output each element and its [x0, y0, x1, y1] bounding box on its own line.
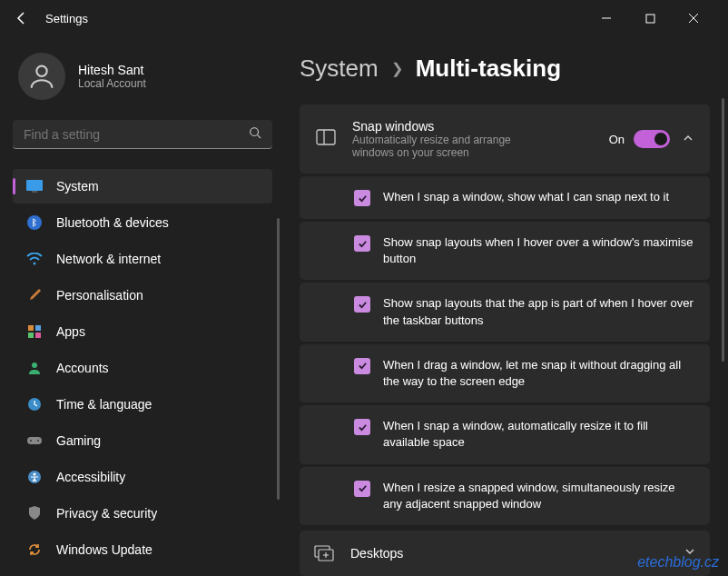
minimize-button[interactable] [594, 5, 619, 31]
svg-rect-17 [27, 437, 42, 444]
checkbox-icon[interactable] [354, 419, 370, 435]
svg-rect-1 [646, 15, 654, 23]
nav-item-system[interactable]: System [13, 169, 272, 204]
back-button[interactable] [9, 5, 34, 31]
update-icon [25, 541, 44, 559]
bluetooth-icon [25, 214, 44, 232]
svg-line-6 [258, 135, 261, 139]
snap-option-6[interactable]: When I resize a snapped window, simultan… [300, 467, 710, 525]
svg-rect-11 [28, 325, 34, 331]
breadcrumb-parent[interactable]: System [300, 55, 379, 83]
svg-point-4 [36, 66, 46, 76]
sidebar: Hitesh Sant Local Account System Bluetoo… [0, 36, 281, 576]
nav-label: Time & language [56, 397, 152, 412]
breadcrumb-current: Multi-tasking [416, 55, 561, 83]
nav-label: Windows Update [56, 542, 152, 557]
snap-layout-icon [316, 129, 336, 149]
svg-rect-13 [28, 333, 34, 338]
apps-icon [25, 323, 44, 341]
nav-item-accessibility[interactable]: Accessibility [13, 460, 272, 494]
nav-label: Gaming [56, 433, 101, 448]
nav-item-update[interactable]: Windows Update [13, 532, 272, 567]
main-scrollbar[interactable] [722, 98, 724, 362]
accessibility-icon [25, 468, 44, 486]
option-label: Show snap layouts when I hover over a wi… [383, 234, 694, 267]
search-input[interactable] [24, 127, 249, 142]
desktops-label: Desktops [350, 546, 684, 561]
svg-point-10 [34, 263, 36, 265]
option-label: When I snap a window, show what I can sn… [383, 189, 669, 205]
search-icon [249, 126, 261, 142]
chevron-up-icon[interactable] [683, 133, 694, 146]
nav-label: Apps [56, 324, 85, 339]
svg-point-9 [27, 215, 42, 230]
svg-rect-8 [32, 191, 37, 193]
checkbox-icon[interactable] [354, 481, 370, 497]
checkbox-icon[interactable] [354, 296, 370, 313]
snap-option-4[interactable]: When I drag a window, let me snap it wit… [300, 344, 710, 402]
desktops-icon [314, 543, 334, 563]
close-button[interactable] [681, 5, 706, 31]
snap-option-2[interactable]: Show snap layouts when I hover over a wi… [300, 222, 710, 280]
svg-rect-14 [35, 333, 41, 338]
search-box[interactable] [13, 120, 272, 149]
nav-item-bluetooth[interactable]: Bluetooth & devices [13, 205, 272, 240]
snap-toggle[interactable] [634, 130, 670, 148]
snap-windows-card[interactable]: Snap windows Automatically resize and ar… [300, 104, 710, 174]
option-label: When I drag a window, let me snap it wit… [383, 357, 694, 390]
nav-label: System [56, 179, 99, 194]
nav-item-network[interactable]: Network & internet [13, 242, 272, 276]
svg-rect-7 [26, 180, 43, 191]
svg-rect-22 [317, 130, 335, 144]
wifi-icon [25, 250, 44, 268]
app-title: Settings [45, 12, 88, 25]
nav-label: Privacy & security [56, 506, 157, 521]
snap-subtitle: Automatically resize and arrange windows… [352, 134, 516, 159]
maximize-button[interactable] [637, 5, 663, 31]
chevron-down-icon[interactable] [684, 546, 695, 560]
checkbox-icon[interactable] [354, 235, 370, 252]
svg-point-18 [30, 440, 32, 442]
person-icon [25, 359, 44, 377]
profile-block[interactable]: Hitesh Sant Local Account [18, 53, 272, 100]
brush-icon [25, 286, 44, 304]
nav-list: System Bluetooth & devices Network & int… [13, 169, 272, 567]
main-content: System ❯ Multi-tasking Snap windows Auto… [281, 36, 728, 576]
svg-rect-12 [35, 325, 41, 331]
nav-item-gaming[interactable]: Gaming [13, 423, 272, 458]
display-icon [25, 177, 44, 195]
toggle-label: On [609, 133, 625, 146]
option-label: Show snap layouts that the app is part o… [383, 295, 694, 328]
nav-item-privacy[interactable]: Privacy & security [13, 496, 272, 531]
nav-item-personalisation[interactable]: Personalisation [13, 278, 272, 313]
svg-point-15 [32, 362, 37, 368]
avatar-icon [18, 53, 65, 100]
chevron-right-icon: ❯ [391, 60, 403, 77]
snap-title: Snap windows [352, 119, 609, 134]
nav-label: Accessibility [56, 470, 125, 484]
nav-label: Accounts [56, 361, 109, 375]
nav-item-accounts[interactable]: Accounts [13, 351, 272, 385]
sidebar-scrollbar[interactable] [277, 218, 280, 500]
titlebar: Settings [0, 0, 728, 36]
snap-option-5[interactable]: When I snap a window, automatically resi… [300, 405, 710, 463]
nav-item-time[interactable]: Time & language [13, 387, 272, 422]
svg-point-21 [34, 473, 36, 476]
checkbox-icon[interactable] [354, 358, 370, 374]
profile-name: Hitesh Sant [78, 63, 146, 77]
nav-item-apps[interactable]: Apps [13, 314, 272, 349]
desktops-card[interactable]: Desktops [300, 531, 710, 576]
clock-icon [25, 395, 44, 413]
shield-icon [25, 504, 44, 522]
nav-label: Bluetooth & devices [56, 215, 169, 230]
svg-point-5 [251, 128, 259, 136]
breadcrumb: System ❯ Multi-tasking [300, 55, 710, 83]
gaming-icon [25, 432, 44, 450]
option-label: When I resize a snapped window, simultan… [383, 480, 694, 512]
profile-account-type: Local Account [78, 77, 146, 90]
snap-option-3[interactable]: Show snap layouts that the app is part o… [300, 283, 710, 341]
checkbox-icon[interactable] [354, 190, 370, 206]
nav-label: Personalisation [56, 288, 143, 303]
svg-point-19 [37, 440, 39, 442]
snap-option-1[interactable]: When I snap a window, show what I can sn… [300, 176, 710, 219]
